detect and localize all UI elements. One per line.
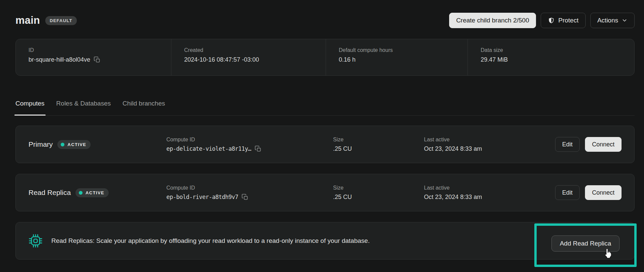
status-badge: ACTIVE bbox=[75, 188, 109, 197]
size-column: Size .25 CU bbox=[333, 185, 424, 201]
column-label: Last active bbox=[424, 185, 555, 191]
last-active-value: Oct 23, 2024 8:33 am bbox=[424, 145, 555, 152]
edit-button[interactable]: Edit bbox=[555, 137, 580, 152]
last-active-column: Last active Oct 23, 2024 8:33 am bbox=[424, 137, 555, 152]
compute-name-group: Read Replica ACTIVE bbox=[29, 188, 166, 197]
size-value: .25 CU bbox=[333, 145, 424, 152]
create-child-branch-button[interactable]: Create child branch 2/500 bbox=[449, 13, 536, 28]
default-badge: DEFAULT bbox=[45, 16, 76, 25]
tab-roles-databases[interactable]: Roles & Databases bbox=[56, 100, 111, 115]
compute-id-column: Compute ID ep-delicate-violet-a8r11y… bbox=[166, 137, 333, 152]
compute-row-read-replica: Read Replica ACTIVE Compute ID ep-bold-r… bbox=[15, 174, 635, 211]
compute-id-text: ep-delicate-violet-a8r11y… bbox=[166, 145, 251, 152]
info-label: Default compute hours bbox=[339, 47, 468, 53]
column-label: Compute ID bbox=[166, 137, 333, 143]
tab-child-branches[interactable]: Child branches bbox=[122, 100, 165, 115]
page-title: main bbox=[15, 14, 40, 26]
edit-button[interactable]: Edit bbox=[555, 185, 580, 200]
info-field-created: Created 2024-10-16 08:47:57 -03:00 bbox=[171, 39, 326, 75]
compute-id-value: ep-delicate-violet-a8r11y… bbox=[166, 145, 333, 152]
actions-label: Actions bbox=[597, 17, 618, 24]
info-value: 2024-10-16 08:47:57 -03:00 bbox=[184, 56, 326, 63]
protect-button[interactable]: Protect bbox=[541, 13, 585, 28]
active-dot-icon bbox=[79, 191, 83, 195]
compute-name: Primary bbox=[29, 140, 53, 148]
row-actions: Edit Connect bbox=[555, 137, 622, 152]
status-badge: ACTIVE bbox=[57, 140, 91, 149]
column-label: Size bbox=[333, 185, 424, 191]
chevron-down-icon bbox=[622, 17, 628, 23]
last-active-value: Oct 23, 2024 8:33 am bbox=[424, 194, 555, 201]
size-column: Size .25 CU bbox=[333, 137, 424, 152]
tab-computes[interactable]: Computes bbox=[15, 100, 45, 115]
compute-id-text: ep-bold-river-a8tdh9v7 bbox=[166, 194, 238, 200]
info-label: Data size bbox=[481, 47, 634, 53]
column-label: Compute ID bbox=[166, 185, 333, 191]
active-dot-icon bbox=[61, 143, 64, 146]
page-header: main DEFAULT Create child branch 2/500 P… bbox=[15, 0, 635, 28]
shield-icon bbox=[548, 17, 555, 24]
info-value: 0.16 h bbox=[339, 56, 468, 63]
info-value: 29.47 MiB bbox=[481, 56, 634, 63]
copy-icon[interactable] bbox=[94, 56, 101, 63]
header-actions: Create child branch 2/500 Protect Action… bbox=[449, 13, 635, 28]
copy-icon[interactable] bbox=[255, 145, 262, 152]
status-label: ACTIVE bbox=[67, 142, 86, 147]
compute-name: Read Replica bbox=[29, 189, 71, 197]
compute-id-column: Compute ID ep-bold-river-a8tdh9v7 bbox=[166, 185, 333, 201]
branch-info-card: ID br-square-hill-a8ol04ve Created 2024-… bbox=[15, 39, 635, 76]
info-field-id: ID br-square-hill-a8ol04ve bbox=[16, 39, 171, 75]
copy-icon[interactable] bbox=[241, 194, 249, 201]
branch-id-value: br-square-hill-a8ol04ve bbox=[29, 56, 90, 63]
info-label: ID bbox=[29, 47, 171, 53]
size-value: .25 CU bbox=[333, 194, 424, 201]
connect-button[interactable]: Connect bbox=[585, 185, 622, 200]
compute-row-primary: Primary ACTIVE Compute ID ep-delicate-vi… bbox=[15, 126, 635, 163]
column-label: Size bbox=[333, 137, 424, 143]
cursor-pointer-icon bbox=[603, 248, 613, 261]
row-actions: Edit Connect bbox=[555, 185, 622, 200]
read-replica-banner: Read Replicas: Scale your application by… bbox=[15, 222, 635, 260]
info-field-compute-hours: Default compute hours 0.16 h bbox=[326, 39, 468, 75]
branch-title-group: main DEFAULT bbox=[15, 14, 77, 26]
protect-label: Protect bbox=[558, 17, 578, 24]
info-field-data-size: Data size 29.47 MiB bbox=[468, 39, 634, 75]
cpu-chip-icon bbox=[29, 234, 43, 248]
column-label: Last active bbox=[424, 137, 555, 143]
info-value: br-square-hill-a8ol04ve bbox=[29, 56, 171, 63]
compute-name-group: Primary ACTIVE bbox=[29, 140, 166, 149]
compute-id-value: ep-bold-river-a8tdh9v7 bbox=[166, 194, 333, 201]
read-replica-description: Read Replicas: Scale your application by… bbox=[51, 237, 370, 245]
status-label: ACTIVE bbox=[86, 190, 104, 195]
actions-button[interactable]: Actions bbox=[590, 13, 635, 28]
tab-bar: Computes Roles & Databases Child branche… bbox=[15, 100, 635, 116]
branch-detail-page: main DEFAULT Create child branch 2/500 P… bbox=[0, 0, 644, 272]
connect-button[interactable]: Connect bbox=[585, 137, 622, 152]
last-active-column: Last active Oct 23, 2024 8:33 am bbox=[424, 185, 555, 201]
info-label: Created bbox=[184, 47, 326, 53]
